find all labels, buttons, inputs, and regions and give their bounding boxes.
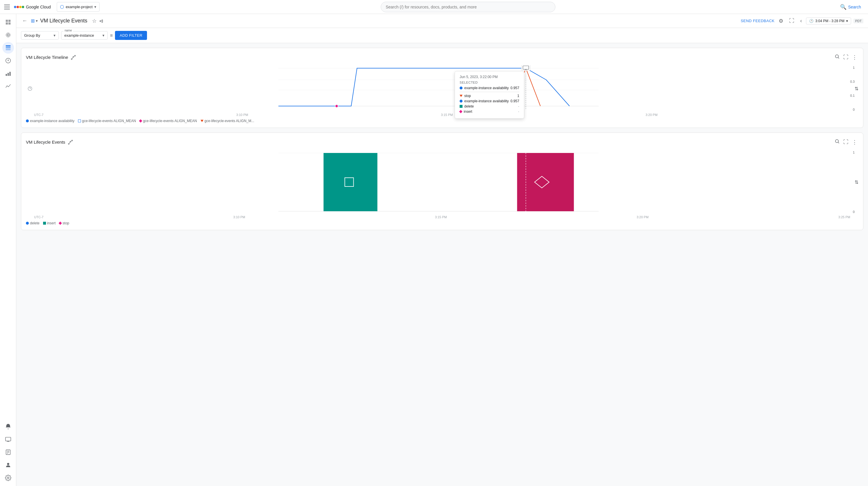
legend-label-lifecycle-diamond: gce-lifecycle-events ALIGN_MEAN xyxy=(143,119,197,123)
chart2-y-axis-right: 1 0 xyxy=(843,150,855,214)
chart2-legend: delete insert stop xyxy=(26,221,858,225)
google-cloud-text: Google Cloud xyxy=(26,5,51,9)
search-icon: 🔍 xyxy=(840,4,846,10)
svg-point-44 xyxy=(835,140,839,143)
sidebar-item-metrics[interactable] xyxy=(2,67,14,79)
clock-icon: 🕐 xyxy=(809,19,813,23)
sidebar-item-alerts[interactable] xyxy=(2,55,14,66)
chart1-x-utc7: UTC-7 xyxy=(34,113,43,117)
settings-icon[interactable]: ⚙ xyxy=(777,16,785,26)
chart1-y-1: 1 xyxy=(843,66,855,69)
collapse-icon[interactable]: ‹ xyxy=(799,16,804,26)
chart2-bar-insert xyxy=(324,153,377,211)
sidebar-item-events[interactable] xyxy=(2,42,14,54)
page-title: VM Lifecycle Events xyxy=(40,18,87,24)
search-button[interactable]: 🔍 Search xyxy=(837,2,865,12)
chart1-title: VM Lifecycle Timeline xyxy=(26,55,68,60)
chart2-x-320: 3:20 PM xyxy=(637,215,649,219)
sidebar-item-logs[interactable] xyxy=(2,447,14,458)
sidebar-item-monitoring[interactable] xyxy=(2,29,14,41)
group-by-dropdown[interactable]: Group By ▾ xyxy=(21,31,59,39)
chart2-body: 1 0 ⇅ xyxy=(26,150,858,214)
chart2-search-icon[interactable] xyxy=(833,138,841,147)
legend-label-stop: stop xyxy=(63,221,69,225)
chart1-header: VM Lifecycle Timeline ⛶ ⋮ xyxy=(26,53,858,62)
feedback-button[interactable]: SEND FEEDBACK xyxy=(741,19,775,23)
name-filter-dropdown[interactable]: example-instance ▾ xyxy=(61,31,108,39)
search-input[interactable] xyxy=(381,2,555,12)
logo-dot-red xyxy=(17,6,19,8)
svg-line-23 xyxy=(72,57,73,59)
svg-rect-9 xyxy=(7,73,9,76)
chart1-svg xyxy=(34,65,843,112)
chart1-expand-y-button[interactable]: ⇅ xyxy=(855,86,858,91)
chart1-x-315: 3:15 PM xyxy=(441,113,453,117)
svg-line-24 xyxy=(74,56,74,57)
name-filter: name example-instance ▾ xyxy=(61,31,108,39)
legend-label-delete: delete xyxy=(30,221,39,225)
legend-dot-delete xyxy=(26,222,29,225)
legend-square-lifecycle xyxy=(78,119,81,122)
search-button-label: Search xyxy=(848,5,861,9)
add-filter-button[interactable]: ADD FILTER xyxy=(115,31,147,40)
sidebar-item-traces[interactable] xyxy=(2,80,14,92)
svg-rect-10 xyxy=(9,72,10,76)
legend-item-insert: insert xyxy=(43,221,56,225)
fullscreen-icon[interactable]: ⛶ xyxy=(787,16,796,26)
chart1-scatter-icon xyxy=(70,55,76,60)
chart2-svg-area xyxy=(34,150,843,214)
main-area: ← ⊞ ▾ VM Lifecycle Events ☆ ⊲ SEND FEEDB… xyxy=(0,14,868,486)
chart2-y-0: 0 xyxy=(843,210,855,213)
google-cloud-logo: Google Cloud xyxy=(14,5,51,9)
name-filter-arrow: ▾ xyxy=(102,33,104,37)
time-range-selector[interactable]: 🕐 3:04 PM - 3:28 PM ▾ xyxy=(806,18,851,25)
search-bar xyxy=(381,2,555,12)
sidebar-item-settings[interactable] xyxy=(2,472,14,484)
chart2-x-axis: UTC-7 3:10 PM 3:15 PM 3:20 PM 3:25 PM xyxy=(26,215,858,219)
chart2-x-utc7: UTC-7 xyxy=(34,215,43,219)
time-range-dropdown-icon: ▾ xyxy=(846,19,848,23)
filter-settings-icon[interactable]: ≡ xyxy=(110,33,113,38)
sidebar-item-vms[interactable] xyxy=(2,433,14,445)
legend-item-lifecycle-triangle: gce-lifecycle-events ALIGN_M... xyxy=(200,119,254,123)
chart1-container: Jun 5, 2023, 3:22:00 PM SELECTED example… xyxy=(26,65,858,117)
svg-point-33 xyxy=(335,105,338,108)
chart-panel-timeline: VM Lifecycle Timeline ⛶ ⋮ xyxy=(21,48,863,128)
chart1-body: Jun 5, 2023, 3:22:00 PM SELECTED example… xyxy=(26,65,858,112)
sidebar-item-notifications[interactable] xyxy=(2,421,14,432)
legend-label-insert: insert xyxy=(47,221,56,225)
chart2-expand-icon[interactable]: ⛶ xyxy=(842,138,850,147)
group-by-label: Group By xyxy=(24,33,40,37)
star-icon[interactable]: ☆ xyxy=(92,18,97,24)
legend-item-lifecycle-square: gce-lifecycle-events ALIGN_MEAN xyxy=(78,119,136,123)
chart1-y-0.1: 0.1 xyxy=(843,94,855,97)
chart1-expand-icon[interactable]: ⛶ xyxy=(842,53,850,62)
svg-rect-8 xyxy=(5,74,7,76)
chart2-scatter-icon xyxy=(67,139,73,145)
sidebar-item-dashboard[interactable] xyxy=(2,16,14,28)
chart2-expand-y-button[interactable]: ⇅ xyxy=(855,179,858,185)
chart1-search-icon[interactable] xyxy=(833,53,841,62)
chart1-more-icon[interactable]: ⋮ xyxy=(851,53,858,62)
legend-label-lifecycle-square: gce-lifecycle-events ALIGN_MEAN xyxy=(82,119,136,123)
chart2-svg xyxy=(34,150,843,214)
svg-rect-11 xyxy=(5,437,10,441)
chart2-x-325: 3:25 PM xyxy=(838,215,850,219)
chart2-header: VM Lifecycle Events ⛶ ⋮ xyxy=(26,138,858,147)
title-area: ⊞ ▾ xyxy=(31,18,38,24)
svg-point-41 xyxy=(72,140,72,141)
chart2-x-315: 3:15 PM xyxy=(435,215,447,219)
share-icon[interactable]: ⊲ xyxy=(99,18,103,24)
svg-point-39 xyxy=(68,143,69,144)
chart1-x-axis: UTC-7 3:10 PM 3:15 PM 3:20 PM xyxy=(26,112,858,117)
chart2-more-icon[interactable]: ⋮ xyxy=(851,138,858,147)
sidebar xyxy=(0,14,16,486)
chart1-y-0: 0 xyxy=(843,108,855,111)
hamburger-menu[interactable] xyxy=(3,3,10,10)
sidebar-item-user[interactable] xyxy=(2,459,14,471)
svg-point-25 xyxy=(835,55,839,58)
back-button[interactable]: ← xyxy=(21,17,29,25)
project-selector[interactable]: ⬡ example-project ▾ xyxy=(57,2,100,12)
time-range-label: 3:04 PM - 3:28 PM xyxy=(815,19,844,23)
chart1-help-icon[interactable] xyxy=(26,65,34,112)
